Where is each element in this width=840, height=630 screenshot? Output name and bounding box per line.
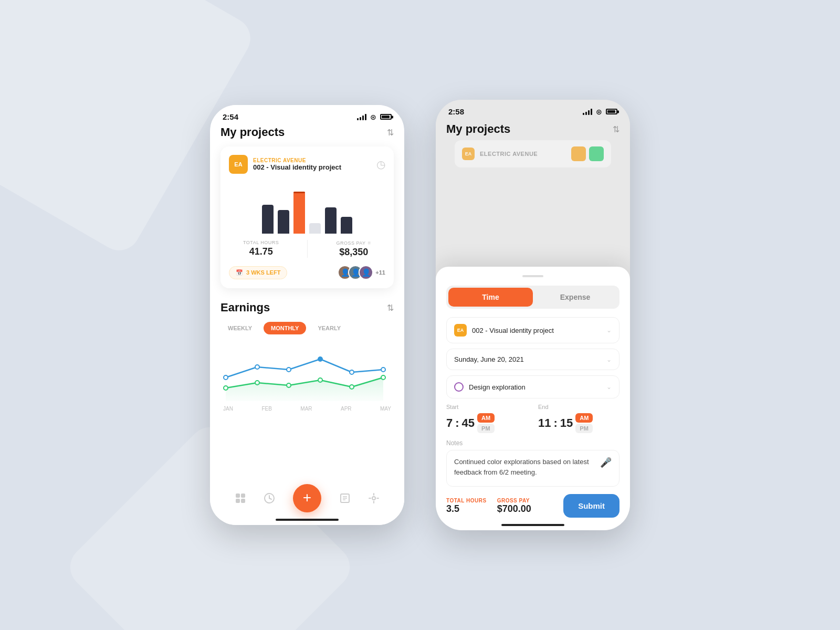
status-icons-right: ⊛ xyxy=(583,108,617,116)
chart-x-labels: JAN FEB MAR APR MAY xyxy=(220,406,394,412)
tab-expense[interactable]: Expense xyxy=(533,288,617,307)
end-pm-btn[interactable]: PM xyxy=(575,424,593,433)
projects-section-header: My projects ⇅ xyxy=(220,125,394,139)
start-pm-btn[interactable]: PM xyxy=(477,424,495,433)
project-dropdown-text: 002 - Visual identity project xyxy=(472,327,554,334)
end-time-group: End 11 : 15 AM PM xyxy=(538,404,620,433)
svg-point-10 xyxy=(350,370,354,374)
task-chevron-icon: ⌄ xyxy=(606,383,612,391)
svg-point-6 xyxy=(224,375,228,380)
label-apr: APR xyxy=(341,406,352,412)
toggle-tabs: Time Expense xyxy=(446,286,620,309)
clock-icon[interactable]: ◷ xyxy=(376,158,385,171)
tab-yearly[interactable]: YEARLY xyxy=(310,322,348,334)
earnings-filter-icon[interactable]: ⇅ xyxy=(387,303,394,313)
tab-monthly[interactable]: MONTHLY xyxy=(264,322,306,334)
time-section: Start 7 : 45 AM PM End 11 : 15 xyxy=(446,404,620,433)
filter-icon[interactable]: ⇅ xyxy=(387,128,394,138)
mic-icon[interactable]: 🎤 xyxy=(600,457,612,468)
bar-1 xyxy=(262,205,274,234)
start-time-row: 7 : 45 AM PM xyxy=(446,413,528,433)
start-hour[interactable]: 7 xyxy=(446,416,453,430)
submit-button[interactable]: Submit xyxy=(563,494,620,518)
avatar-count: +11 xyxy=(375,269,385,276)
projects-title: My projects xyxy=(220,125,285,139)
start-ampm: AM PM xyxy=(477,413,495,433)
nav-add-button[interactable]: + xyxy=(293,484,321,512)
end-hour[interactable]: 11 xyxy=(538,416,551,430)
end-min[interactable]: 15 xyxy=(560,416,573,430)
home-indicator-left xyxy=(276,519,339,521)
bar-chart xyxy=(229,181,385,234)
project-dropdown[interactable]: EA 002 - Visual identity project ⌄ xyxy=(446,317,620,343)
svg-point-11 xyxy=(381,368,385,372)
battery-icon-right xyxy=(606,109,617,114)
left-phone: 2:54 ⊛ My projects ⇅ EA ELECTRIC xyxy=(210,105,404,525)
time-right: 2:58 xyxy=(448,107,464,116)
nav-settings[interactable] xyxy=(368,492,380,504)
nav-notes[interactable] xyxy=(339,492,351,504)
date-dropdown[interactable]: Sunday, June 20, 2021 ⌄ xyxy=(446,349,620,370)
total-hours-stat: TOTAL HOURS 41.75 xyxy=(243,240,279,258)
project-meta: ELECTRIC AVENUE 002 - Visual identity pr… xyxy=(253,158,341,171)
svg-point-23 xyxy=(372,497,375,500)
project-dropdown-left: EA 002 - Visual identity project xyxy=(454,324,554,337)
right-phone-header: My projects ⇅ EA ELECTRIC AVENUE xyxy=(436,120,630,175)
date-dropdown-left: Sunday, June 20, 2021 xyxy=(454,355,524,363)
sheet-total-hours: TOTAL HOURS 3.5 xyxy=(446,498,487,514)
start-am-btn[interactable]: AM xyxy=(477,413,495,423)
signal-icon xyxy=(357,114,366,120)
date-chevron-icon: ⌄ xyxy=(606,356,612,363)
task-dropdown[interactable]: Design exploration ⌄ xyxy=(446,375,620,398)
svg-rect-14 xyxy=(236,499,240,503)
bar-5 xyxy=(325,207,337,234)
svg-point-8 xyxy=(287,368,291,372)
right-filter-icon[interactable]: ⇅ xyxy=(613,124,620,134)
bottom-sheet: Time Expense EA 002 - Visual identity pr… xyxy=(436,267,630,530)
bar-4 xyxy=(309,223,321,234)
signal-icon-right xyxy=(583,109,592,115)
sheet-hours-label: TOTAL HOURS xyxy=(446,498,487,503)
svg-rect-12 xyxy=(236,494,240,498)
submit-stats: TOTAL HOURS 3.5 GROSS PAY $700.00 xyxy=(446,498,531,514)
earnings-title: Earnings xyxy=(220,301,270,314)
start-min[interactable]: 45 xyxy=(462,416,475,430)
label-mar: MAR xyxy=(300,406,312,412)
gross-pay-stat: GROSS PAY ≡ $8,350 xyxy=(336,240,371,258)
tab-time[interactable]: Time xyxy=(448,288,533,307)
right-phone: 2:58 ⊛ My projects ⇅ EA ELECTRIC AVENUE xyxy=(436,100,630,530)
bg-company: ELECTRIC AVENUE xyxy=(480,151,538,157)
start-label: Start xyxy=(446,404,528,410)
gross-pay-value: $8,350 xyxy=(336,247,371,258)
ea-badge-left: EA xyxy=(229,155,248,174)
left-phone-content: My projects ⇅ EA ELECTRIC AVENUE 002 - V… xyxy=(210,125,404,519)
bar-2 xyxy=(278,210,289,234)
sheet-hours-value: 3.5 xyxy=(446,503,487,514)
notes-box[interactable]: Continued color explorations based on la… xyxy=(446,450,620,487)
nav-time[interactable] xyxy=(264,492,275,504)
project-card[interactable]: EA ELECTRIC AVENUE 002 - Visual identity… xyxy=(220,146,394,288)
task-dropdown-text: Design exploration xyxy=(469,383,526,391)
bg-active-badge xyxy=(589,146,604,161)
earnings-tabs: WEEKLY MONTHLY YEARLY xyxy=(220,322,394,334)
line-chart-svg xyxy=(220,341,394,404)
avatar-3: 👤 xyxy=(359,265,373,280)
project-card-header: EA ELECTRIC AVENUE 002 - Visual identity… xyxy=(229,155,385,174)
notes-text: Continued color explorations based on la… xyxy=(454,457,600,477)
date-dropdown-text: Sunday, June 20, 2021 xyxy=(454,355,524,363)
bg-timer-badge xyxy=(571,146,586,161)
bg-project-card: EA ELECTRIC AVENUE xyxy=(455,140,611,167)
tab-weekly[interactable]: WEEKLY xyxy=(220,322,259,334)
label-feb: FEB xyxy=(261,406,271,412)
total-hours-value: 41.75 xyxy=(243,246,279,257)
notes-label: Notes xyxy=(446,439,620,447)
project-chevron-icon: ⌄ xyxy=(606,327,612,334)
battery-icon xyxy=(380,114,392,120)
time-left: 2:54 xyxy=(223,112,238,121)
weeks-left-badge: 📅 3 WKS LEFT xyxy=(229,266,287,279)
svg-rect-15 xyxy=(241,499,245,503)
gross-pay-label: GROSS PAY ≡ xyxy=(336,240,371,246)
end-am-btn[interactable]: AM xyxy=(575,413,593,423)
status-icons-left: ⊛ xyxy=(357,113,392,121)
nav-home[interactable] xyxy=(235,492,246,504)
